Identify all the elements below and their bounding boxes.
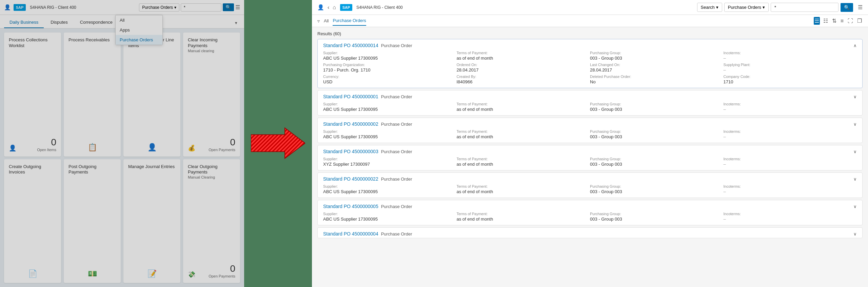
po-card-header-4500000005: Standard PO 4500000005 Purchase Order ∨ [318, 200, 862, 210]
po-link-4500000014[interactable]: Standard PO 4500000014 [323, 43, 378, 48]
po-type-4500000014: Purchase Order [381, 43, 412, 48]
po-link-4500000001[interactable]: Standard PO 4500000001 [323, 94, 378, 99]
po-card-4500000001: Standard PO 4500000001 Purchase Order ∨ … [317, 90, 863, 116]
list-view-icon[interactable]: ☰ [858, 4, 863, 11]
po-card-header-4500000002: Standard PO 4500000002 Purchase Order ∨ [318, 118, 862, 128]
back-icon[interactable]: ‹ [328, 4, 329, 11]
grid-icon[interactable]: ☷ [823, 17, 829, 25]
po-card-body-4500000002: Supplier: ABC US Supplier 17300095 Terms… [318, 128, 862, 143]
tile-process-collections[interactable]: Process Collections Worklist 👤 0 Open It… [4, 33, 61, 157]
fullscreen-icon[interactable]: ⛶ [847, 17, 854, 25]
right-panel: 👤 ‹ ⌂ SAP S4HANA RIG - Client 400 Search… [312, 0, 868, 287]
po-card-header-4500000003: Standard PO 4500000003 Purchase Order ∨ [318, 145, 862, 156]
po-link-4500000005[interactable]: Standard PO 4500000005 [323, 204, 378, 209]
sort-icon[interactable]: ⇅ [831, 17, 837, 25]
po-field-company-code: Company Code: 1710 [724, 75, 857, 84]
po-link-4500000004[interactable]: Standard PO 4500000004 [323, 231, 378, 237]
po-link-4500000003[interactable]: Standard PO 4500000003 [323, 149, 378, 154]
home-icon[interactable]: ⌂ [333, 4, 336, 11]
user-icon-right[interactable]: 👤 [317, 4, 324, 11]
po-card-4500000002: Standard PO 4500000002 Purchase Order ∨ … [317, 118, 863, 143]
tile-create-invoices-title: Create Outgoing Invoices [9, 164, 56, 176]
search-bar-left: Purchase Orders ▾ 🔍 ☰ [139, 3, 240, 12]
po-card-body-4500000014: Supplier: ABC US Supplier 17300095 Terms… [318, 49, 862, 88]
po-field-last-changed: Last Changed On: 28.04.2017 [590, 63, 724, 73]
po-card-header-4500000022: Standard PO 4500000022 Purchase Order ∨ [318, 173, 862, 183]
search-category-dropdown-left[interactable]: Purchase Orders ▾ [139, 3, 179, 12]
tile-manage-customer-icon: 👤 [128, 143, 176, 152]
po-collapse-4500000014[interactable]: ∧ [853, 43, 857, 48]
po-link-4500000002[interactable]: Standard PO 4500000002 [323, 121, 378, 127]
po-expand-4500000002[interactable]: ∨ [853, 122, 857, 127]
group-icon[interactable]: ≡ [840, 17, 844, 25]
po-field-ordered-on: Ordered On: 28.04.2017 [457, 63, 590, 73]
tile-collections-count: 0 [37, 137, 56, 148]
po-field-supplier: Supplier: ABC US Supplier 17300095 [323, 51, 457, 61]
tile-process-receivables[interactable]: Process Receivables 📋 [64, 33, 121, 157]
po-card-body-4500000022: Supplier: ABC US Supplier 17300095 Terms… [318, 183, 862, 198]
share-icon[interactable]: ❐ [856, 17, 863, 25]
tile-manage-customer[interactable]: Manage Customer Line Items 👤 [123, 33, 180, 157]
filter-purchase-orders[interactable]: Purchase Orders [333, 16, 366, 26]
tile-post-outgoing-payments[interactable]: Post Outgoing Payments 💵 [64, 159, 121, 283]
left-header: 👤 SAP S4HANA RIG - Client 400 Purchase O… [0, 0, 244, 15]
menu-icon-left[interactable]: ☰ [235, 4, 240, 11]
po-link-4500000022[interactable]: Standard PO 4500000022 [323, 176, 378, 182]
tab-disputes[interactable]: Disputes [45, 17, 73, 28]
po-field-incoterms: Incoterms: – [724, 51, 857, 61]
po-card-header-4500000001: Standard PO 4500000001 Purchase Order ∨ [318, 90, 862, 101]
filter-right-icons: ☰ ☷ ⇅ ≡ ⛶ ❐ [814, 17, 863, 25]
po-expand-4500000003[interactable]: ∨ [853, 149, 857, 154]
po-expand-4500000004[interactable]: ∨ [853, 231, 857, 237]
dropdown-item-purchase-orders[interactable]: Purchase Orders [116, 35, 162, 45]
tabs-chevron[interactable]: ▾ [232, 18, 240, 28]
search-area-right: Search ▾ Purchase Orders ▾ 🔍 ☰ [697, 3, 863, 12]
search-category-dropdown-right[interactable]: Purchase Orders ▾ [724, 3, 769, 12]
dropdown-item-all[interactable]: All [116, 15, 162, 25]
tile-clear-incoming[interactable]: Clear Incoming Payments Manual clearing … [183, 33, 240, 157]
po-card-4500000022: Standard PO 4500000022 Purchase Order ∨ … [317, 172, 863, 198]
filter-all[interactable]: All [324, 16, 329, 25]
search-button-right[interactable]: 🔍 [841, 3, 853, 12]
search-input-right[interactable] [771, 3, 839, 12]
po-card-body-4500000003: Supplier: XYZ Supplier 17300097 Terms of… [318, 156, 862, 170]
sap-logo-right: SAP [340, 4, 352, 11]
tile-collections-icon: 👤 [9, 144, 16, 152]
po-field-deleted: Deleted Purchase Order: No [590, 75, 724, 84]
po-expand-4500000022[interactable]: ∨ [853, 177, 857, 182]
po-card-header-4500000014: Standard PO 4500000014 Purchase Order ∧ [318, 39, 862, 49]
tab-daily-business[interactable]: Daily Business [4, 17, 44, 28]
tab-correspondence[interactable]: Correspondence [75, 17, 118, 28]
search-input-left[interactable] [181, 3, 221, 12]
po-field-purch-org: Purchasing Organization: 1710 - Purch. O… [323, 63, 457, 73]
po-type-4500000002: Purchase Order [381, 122, 412, 127]
po-field-terms: Terms of Payment: as of end of month [457, 51, 590, 61]
tile-create-outgoing-invoices[interactable]: Create Outgoing Invoices 📄 [4, 159, 61, 283]
tile-post-payments-title: Post Outgoing Payments [68, 164, 116, 176]
tile-create-invoices-icon: 📄 [9, 269, 56, 278]
tile-receivables-title: Process Receivables [68, 37, 116, 43]
client-label-left: S4HANA RIG - Client 400 [30, 5, 76, 10]
right-header: 👤 ‹ ⌂ SAP S4HANA RIG - Client 400 Search… [312, 0, 868, 15]
results-count: Results (60) [317, 31, 863, 36]
filter-icon[interactable]: ▿ [317, 18, 320, 24]
arrow-area [244, 0, 312, 287]
po-card-header-4500000004: Standard PO 4500000004 Purchase Order ∨ [318, 228, 862, 238]
tile-manage-journal[interactable]: Manage Journal Entries 📝 [123, 159, 180, 283]
po-expand-4500000001[interactable]: ∨ [853, 94, 857, 99]
tile-clear-outgoing[interactable]: Clear Outgoing Payments Manual Clearing … [183, 159, 240, 283]
search-label-right[interactable]: Search ▾ [697, 3, 722, 12]
user-icon[interactable]: 👤 [4, 4, 11, 11]
po-card-4500000003: Standard PO 4500000003 Purchase Order ∨ … [317, 145, 863, 170]
tile-clear-outgoing-subtitle: Manual Clearing [188, 175, 235, 179]
tile-process-collections-title: Process Collections Worklist [9, 37, 56, 49]
po-type-4500000005: Purchase Order [381, 204, 412, 209]
list-icon[interactable]: ☰ [814, 17, 820, 25]
po-field-purchasing-group: Purchasing Group: 003 - Group 003 [590, 51, 724, 61]
svg-marker-2 [251, 128, 305, 158]
results-area: Results (60) Standard PO 4500000014 Purc… [312, 27, 868, 287]
po-expand-4500000005[interactable]: ∨ [853, 204, 857, 209]
dropdown-item-apps[interactable]: Apps [116, 25, 162, 35]
search-button-left[interactable]: 🔍 [223, 3, 234, 11]
tile-manage-journal-title: Manage Journal Entries [128, 164, 176, 170]
